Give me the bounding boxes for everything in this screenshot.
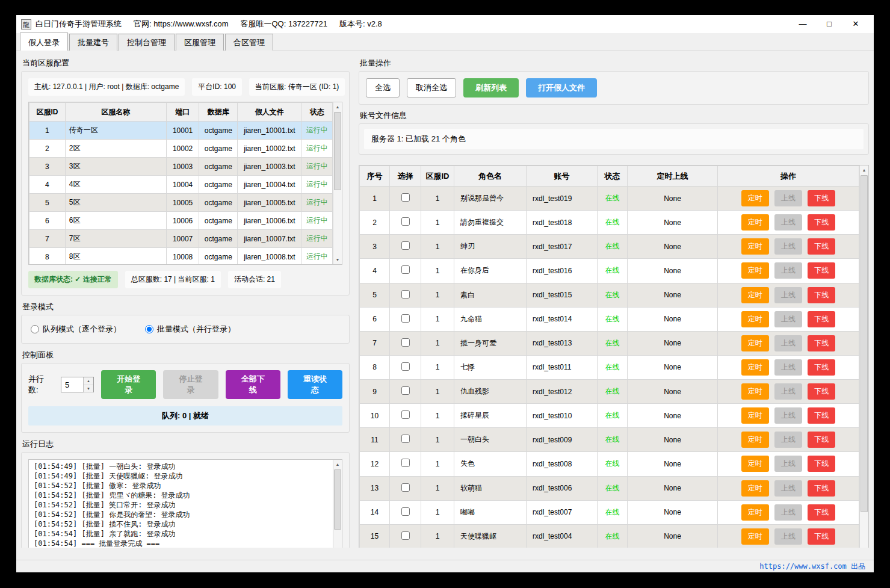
server-table-row[interactable]: 6 6区 10006 octgame jiaren_10006.txt 运行中	[29, 212, 333, 230]
timer-button[interactable]: 定时	[741, 359, 769, 376]
account-table-row[interactable]: 6 1 九命猫 rxdl_test014 在线 None 定时	[360, 307, 859, 331]
go-offline-button[interactable]: 下线	[808, 504, 835, 521]
batch-mode-radio[interactable]: 批量模式（并行登录）	[145, 324, 235, 335]
timer-button[interactable]: 定时	[741, 528, 769, 545]
account-table-row[interactable]: 11 1 一朝白头 rxdl_test009 在线 None 定	[360, 428, 859, 452]
go-online-button[interactable]: 上线	[774, 262, 802, 279]
log-container[interactable]: [01:54:49] [批量] 一朝白头: 登录成功[01:54:49] [批量…	[28, 459, 342, 548]
account-table-row[interactable]: 1 1 别说那是曾今 rxdl_test019 在线 None	[360, 187, 859, 211]
scroll-thumb[interactable]	[334, 112, 341, 190]
timer-button[interactable]: 定时	[741, 335, 769, 351]
account-table-row[interactable]: 15 1 天使喋獵岖 rxdl_test004 在线 None	[360, 524, 859, 548]
account-table-row[interactable]: 7 1 揽一身可爱 rxdl_test013 在线 None 定	[360, 331, 859, 355]
scroll-up-icon[interactable]: ▲	[860, 166, 868, 175]
account-table-row[interactable]: 3 1 绅刃 rxdl_test017 在线 None 定时	[360, 235, 859, 259]
go-offline-button[interactable]: 下线	[808, 456, 835, 472]
go-online-button[interactable]: 上线	[774, 480, 802, 497]
server-table-row[interactable]: 5 5区 10005 octgame jiaren_10005.txt 运行中	[29, 194, 333, 212]
server-table-row[interactable]: 4 4区 10004 octgame jiaren_10004.txt 运行中	[29, 176, 333, 194]
go-online-button[interactable]: 上线	[774, 432, 802, 448]
go-online-button[interactable]: 上线	[774, 504, 802, 521]
parallel-count-input[interactable]	[61, 377, 83, 392]
row-select-checkbox[interactable]	[401, 362, 410, 371]
row-select-checkbox[interactable]	[401, 241, 410, 250]
row-select-checkbox[interactable]	[401, 483, 410, 492]
maximize-icon[interactable]: □	[816, 15, 842, 33]
timer-button[interactable]: 定时	[741, 456, 769, 472]
go-offline-button[interactable]: 下线	[808, 359, 835, 376]
go-offline-button[interactable]: 下线	[808, 287, 835, 303]
timer-button[interactable]: 定时	[741, 287, 769, 303]
timer-button[interactable]: 定时	[741, 383, 769, 400]
row-select-checkbox[interactable]	[401, 338, 410, 347]
timer-button[interactable]: 定时	[741, 190, 769, 206]
account-table-row[interactable]: 13 1 软萌猫 rxdl_test006 在线 None 定时	[360, 476, 859, 500]
server-table-row[interactable]: 7 7区 10007 octgame jiaren_10007.txt 运行中	[29, 230, 333, 248]
row-select-checkbox[interactable]	[401, 410, 410, 419]
go-offline-button[interactable]: 下线	[808, 238, 835, 255]
go-online-button[interactable]: 上线	[774, 528, 802, 545]
open-fake-file-button[interactable]: 打开假人文件	[526, 78, 597, 97]
account-table-row[interactable]: 9 1 仇血残影 rxdl_test012 在线 None 定时	[360, 380, 859, 404]
server-table-row[interactable]: 1 传奇一区 10001 octgame jiaren_10001.txt 运行…	[29, 122, 333, 140]
start-login-button[interactable]: 开始登录	[101, 370, 156, 399]
go-offline-button[interactable]: 下线	[808, 383, 835, 400]
timer-button[interactable]: 定时	[741, 480, 769, 497]
timer-button[interactable]: 定时	[741, 214, 769, 231]
stepper-up-icon[interactable]: ▲	[84, 377, 93, 385]
timer-button[interactable]: 定时	[741, 504, 769, 521]
timer-button[interactable]: 定时	[741, 407, 769, 424]
go-online-button[interactable]: 上线	[774, 359, 802, 376]
go-offline-button[interactable]: 下线	[808, 311, 835, 327]
select-all-button[interactable]: 全选	[366, 78, 400, 97]
all-offline-button[interactable]: 全部下线	[226, 370, 280, 399]
account-table-row[interactable]: 10 1 揉碎星辰 rxdl_test010 在线 None 定	[360, 404, 859, 428]
row-select-checkbox[interactable]	[401, 507, 410, 516]
tab[interactable]: 控制台管理	[119, 34, 175, 51]
tab[interactable]: 批量建号	[69, 34, 117, 51]
account-table-row[interactable]: 12 1 失色 rxdl_test008 在线 None 定时	[360, 452, 859, 476]
deselect-all-button[interactable]: 取消全选	[407, 78, 456, 97]
timer-button[interactable]: 定时	[741, 432, 769, 448]
go-online-button[interactable]: 上线	[774, 214, 802, 231]
vendor-link[interactable]: https://www.wxsf.com 出品	[759, 562, 865, 572]
go-online-button[interactable]: 上线	[774, 383, 802, 400]
timer-button[interactable]: 定时	[741, 311, 769, 327]
go-offline-button[interactable]: 下线	[808, 262, 835, 279]
scroll-up-icon[interactable]: ▲	[333, 460, 342, 469]
timer-button[interactable]: 定时	[741, 262, 769, 279]
scroll-thumb[interactable]	[861, 175, 868, 512]
tab[interactable]: 合区管理	[225, 34, 273, 51]
stepper-down-icon[interactable]: ▼	[84, 385, 93, 393]
row-select-checkbox[interactable]	[401, 435, 410, 443]
go-online-button[interactable]: 上线	[774, 287, 802, 303]
minimize-icon[interactable]: —	[790, 15, 816, 33]
row-select-checkbox[interactable]	[401, 193, 410, 202]
scroll-up-icon[interactable]: ▲	[333, 102, 342, 111]
scroll-down-icon[interactable]: ▼	[333, 255, 342, 264]
server-table-row[interactable]: 8 8区 10008 octgame jiaren_10008.txt 运行中	[29, 248, 333, 265]
go-online-button[interactable]: 上线	[774, 456, 802, 472]
server-table-scrollbar[interactable]: ▲ ▼	[333, 102, 342, 264]
go-offline-button[interactable]: 下线	[808, 335, 835, 351]
row-select-checkbox[interactable]	[401, 386, 410, 395]
go-online-button[interactable]: 上线	[774, 407, 802, 424]
go-online-button[interactable]: 上线	[774, 311, 802, 327]
go-online-button[interactable]: 上线	[774, 335, 802, 351]
account-table-scrollbar[interactable]: ▲ ▼	[859, 166, 868, 548]
account-table-row[interactable]: 8 1 七悸 rxdl_test011 在线 None 定时	[360, 355, 859, 379]
row-select-checkbox[interactable]	[401, 531, 410, 540]
go-offline-button[interactable]: 下线	[808, 528, 835, 545]
go-offline-button[interactable]: 下线	[808, 190, 835, 206]
server-table-row[interactable]: 2 2区 10002 octgame jiaren_10002.txt 运行中	[29, 140, 333, 158]
stop-login-button[interactable]: 停止登录	[163, 370, 218, 399]
go-online-button[interactable]: 上线	[774, 190, 802, 206]
row-select-checkbox[interactable]	[401, 217, 410, 226]
row-select-checkbox[interactable]	[401, 290, 410, 299]
row-select-checkbox[interactable]	[401, 314, 410, 323]
timer-button[interactable]: 定时	[741, 238, 769, 255]
reread-status-button[interactable]: 重读状态	[288, 370, 342, 399]
account-table-row[interactable]: 2 1 請勿重複提交 rxdl_test018 在线 None	[360, 211, 859, 235]
queue-mode-radio[interactable]: 队列模式（逐个登录）	[31, 324, 121, 335]
queue-mode-radio-input[interactable]	[31, 325, 39, 333]
